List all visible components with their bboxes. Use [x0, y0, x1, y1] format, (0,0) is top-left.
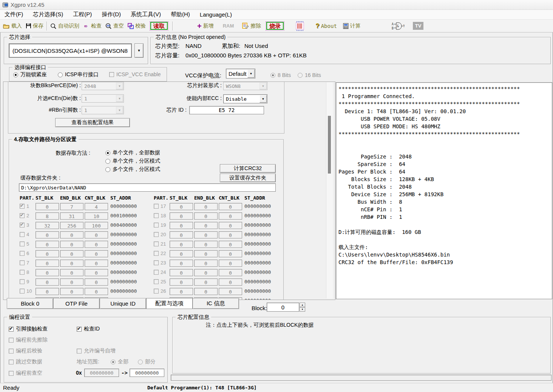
- add-button[interactable]: + 新增: [197, 23, 214, 29]
- cnt-blk-input[interactable]: 0: [85, 269, 108, 276]
- end-blk-input[interactable]: 0: [194, 260, 218, 267]
- st-blk-input[interactable]: 0: [170, 212, 193, 220]
- end-blk-input[interactable]: 0: [60, 231, 83, 238]
- st-blk-input[interactable]: 32: [36, 222, 59, 229]
- st-blk-input[interactable]: 0: [36, 278, 59, 286]
- verify-button[interactable]: 校验: [128, 23, 146, 29]
- logic-gate-button[interactable]: AB&Y: [392, 22, 405, 30]
- calc-crc32-button[interactable]: 计算CRC32: [220, 164, 276, 173]
- cnt-blk-input[interactable]: 0: [219, 241, 242, 248]
- read-button[interactable]: 读取: [150, 22, 168, 31]
- tab-配置与选项[interactable]: 配置与选项: [146, 298, 193, 309]
- cnt-blk-input[interactable]: 0: [85, 231, 108, 238]
- partition-enable-checkbox[interactable]: [154, 251, 159, 256]
- partition-enable-checkbox[interactable]: [20, 223, 25, 228]
- partition-enable-checkbox[interactable]: [20, 213, 25, 218]
- end-blk-input[interactable]: 0: [60, 269, 83, 276]
- cache-folder-input[interactable]: D:\Xgpro\UserData\NAND: [19, 183, 276, 192]
- cnt-blk-input[interactable]: 0: [219, 288, 242, 295]
- cnt-blk-input[interactable]: 0: [85, 278, 108, 286]
- menu-project[interactable]: 工程(P): [73, 11, 92, 18]
- st-blk-input[interactable]: 0: [170, 269, 193, 276]
- chip-select-dropdown-button[interactable]: ▼: [134, 43, 144, 58]
- ecc-combobox[interactable]: Disable ▼: [223, 94, 267, 103]
- end-blk-input[interactable]: 0: [194, 212, 218, 220]
- cnt-blk-input[interactable]: 0: [85, 288, 108, 295]
- st-blk-input[interactable]: 0: [36, 269, 59, 276]
- method-radio-single-all[interactable]: 单个文件，全部数据: [105, 149, 160, 156]
- cnt-blk-input[interactable]: 0: [85, 260, 108, 267]
- partition-enable-checkbox[interactable]: [20, 260, 25, 265]
- erase-button[interactable]: 擦除: [242, 23, 261, 29]
- st-blk-input[interactable]: 0: [36, 260, 59, 267]
- partition-enable-checkbox[interactable]: [20, 289, 25, 294]
- st-blk-input[interactable]: 0: [170, 222, 193, 229]
- menu-help[interactable]: 帮助(H): [171, 11, 190, 18]
- cnt-blk-input[interactable]: 100: [85, 222, 108, 229]
- about-button[interactable]: ? About: [315, 22, 337, 30]
- partition-enable-checkbox[interactable]: [20, 251, 25, 256]
- partition-enable-checkbox[interactable]: [154, 260, 159, 265]
- partition-enable-checkbox[interactable]: [20, 232, 25, 237]
- partition-enable-checkbox[interactable]: [154, 289, 159, 294]
- view-config-button[interactable]: 查看当前配置结果: [55, 118, 130, 127]
- end-blk-input[interactable]: 0: [60, 241, 83, 248]
- st-blk-input[interactable]: 0: [170, 231, 193, 238]
- end-blk-input[interactable]: 0: [194, 250, 218, 257]
- partition-enable-checkbox[interactable]: [20, 204, 25, 209]
- calculator-button[interactable]: 计算: [343, 23, 361, 29]
- menu-language[interactable]: Language(L): [200, 11, 232, 18]
- st-blk-input[interactable]: 0: [36, 231, 59, 238]
- menu-chip-select[interactable]: 芯片选择(S): [33, 11, 63, 18]
- st-blk-input[interactable]: 0: [170, 288, 193, 295]
- end-blk-input[interactable]: 0: [194, 203, 218, 210]
- partition-enable-checkbox[interactable]: [20, 279, 25, 284]
- method-radio-multi-part[interactable]: 多个文件，分区模式: [105, 166, 160, 173]
- menu-operation[interactable]: 操作(D): [102, 11, 121, 18]
- tab-unique-id[interactable]: Unique ID: [100, 298, 146, 309]
- st-blk-input[interactable]: 8: [36, 212, 59, 220]
- cnt-blk-input[interactable]: 0: [219, 203, 242, 210]
- partition-enable-checkbox[interactable]: [20, 270, 25, 275]
- vcc-combobox[interactable]: Default ▼: [226, 69, 255, 78]
- cnt-blk-input[interactable]: 4: [85, 203, 108, 210]
- end-blk-input[interactable]: 0: [60, 260, 83, 267]
- end-blk-input[interactable]: 0: [194, 241, 218, 248]
- cnt-blk-input[interactable]: 0: [219, 260, 242, 267]
- chip-test-button[interactable]: [295, 21, 305, 31]
- end-blk-input[interactable]: 0: [194, 222, 218, 229]
- st-blk-input[interactable]: 0: [170, 278, 193, 286]
- cnt-blk-input[interactable]: 0: [219, 231, 242, 238]
- partition-enable-checkbox[interactable]: [154, 232, 159, 237]
- vertical-scrollbar[interactable]: [326, 82, 333, 298]
- end-blk-input[interactable]: 256: [60, 222, 83, 229]
- pin-check-checkbox[interactable]: 引脚接触检查: [9, 326, 48, 332]
- set-cache-folder-button[interactable]: 设置缓存文件夹: [220, 174, 276, 182]
- tab-otp-file[interactable]: OTP File: [53, 298, 100, 309]
- end-blk-input[interactable]: 0: [194, 288, 218, 295]
- chip-select-combobox[interactable]: (DOSILICON)DS35Q2GA(x1+ISP) @WSON8: [9, 43, 132, 58]
- icsp-radio[interactable]: ICSP串行接口: [58, 71, 99, 78]
- method-radio-single-part[interactable]: 单个文件，分区模式: [105, 158, 160, 164]
- end-blk-input[interactable]: 0: [60, 288, 83, 295]
- load-button[interactable]: 载入: [3, 23, 22, 29]
- blank-check-button[interactable]: FF 查空: [105, 23, 124, 29]
- cnt-blk-input[interactable]: 0: [85, 250, 108, 257]
- chip-id-input[interactable]: E5 72: [189, 106, 264, 114]
- end-blk-input[interactable]: 0: [60, 278, 83, 286]
- end-blk-input[interactable]: 7: [60, 203, 83, 210]
- end-blk-input[interactable]: 0: [60, 250, 83, 257]
- cnt-blk-input[interactable]: 0: [219, 269, 242, 276]
- cnt-blk-input[interactable]: 10: [85, 212, 108, 220]
- st-blk-input[interactable]: 0: [170, 250, 193, 257]
- cnt-blk-input[interactable]: 0: [219, 212, 242, 220]
- partition-enable-checkbox[interactable]: [154, 223, 159, 228]
- cnt-blk-input[interactable]: 0: [219, 222, 242, 229]
- cnt-blk-input[interactable]: 0: [85, 241, 108, 248]
- st-blk-input[interactable]: 0: [36, 250, 59, 257]
- st-blk-input[interactable]: 0: [36, 241, 59, 248]
- check-id-checkbox[interactable]: 检查ID: [77, 326, 100, 332]
- tab-block-0[interactable]: Block 0: [7, 298, 53, 309]
- st-blk-input[interactable]: 0: [170, 260, 193, 267]
- log-panel[interactable]: ****************************************…: [336, 82, 552, 299]
